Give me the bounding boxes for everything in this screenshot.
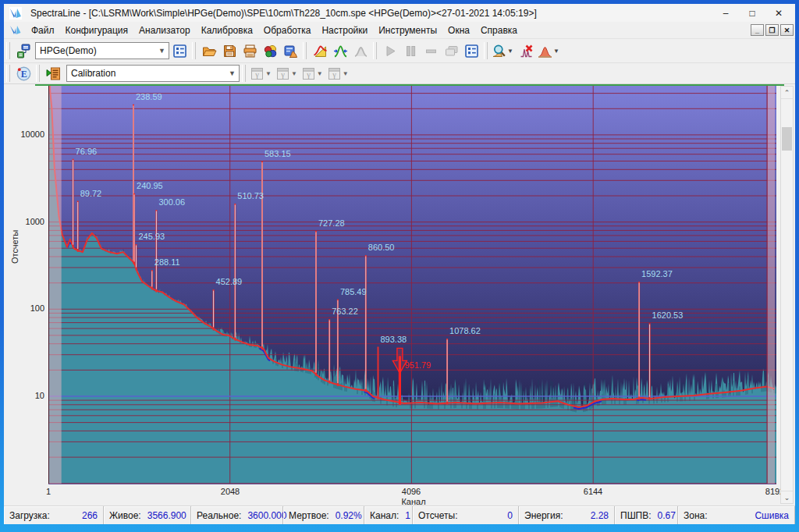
peak-label: 785.49 — [340, 287, 367, 296]
open-button[interactable] — [199, 41, 219, 61]
gamma-window-icon: γ — [250, 66, 265, 81]
menu-инструменты[interactable]: Инструменты — [373, 23, 442, 38]
spectrum-plot[interactable]: 76.9689.72238.59240.95245.93288.11300.06… — [48, 86, 776, 484]
dropdown-caret-icon[interactable]: ▼ — [506, 48, 516, 55]
peak-label: 893.38 — [381, 335, 407, 344]
scroll-down-icon[interactable]: ⌄ — [781, 491, 793, 503]
detector-properties-button[interactable] — [169, 41, 190, 61]
x-tick-label: 6144 — [584, 487, 602, 496]
status-энергия: Энергия:2.28 — [519, 506, 615, 524]
maximize-button[interactable]: □ — [739, 5, 765, 21]
menu-окна[interactable]: Окна — [442, 23, 475, 38]
status-value: 3566.900 — [147, 510, 186, 521]
status-label: ПШПВ: — [620, 510, 652, 521]
menu-справка[interactable]: Справка — [475, 23, 523, 38]
x-tick-label: 2048 — [221, 487, 240, 496]
menu-файл[interactable]: Файл — [26, 23, 60, 38]
spectrum-info-button[interactable] — [280, 41, 300, 61]
x-axis-title: Канал — [401, 497, 425, 506]
menu-калибровка[interactable]: Калибровка — [196, 23, 258, 38]
save-button[interactable] — [219, 41, 240, 61]
dropdown-caret-icon[interactable]: ▼ — [290, 70, 300, 77]
menu-конфигурация[interactable]: Конфигурация — [60, 23, 134, 38]
status-пшпв: ПШПВ:0.67 — [615, 506, 678, 524]
acquisition-settings-button[interactable] — [461, 41, 481, 61]
list-settings-icon — [172, 44, 187, 59]
nuclides-button[interactable] — [260, 41, 280, 61]
dropdown-caret-icon[interactable]: ▼ — [316, 70, 325, 77]
spectrum-chart-region: 76.9689.72238.59240.95245.93288.11300.06… — [4, 84, 795, 505]
start-button — [380, 41, 400, 61]
window-frame: SpectraLine - [C:\LSRM\Work\Simple\HPGe(… — [0, 0, 799, 532]
calibration-icon — [313, 44, 328, 59]
peak-label: 1620.53 — [652, 310, 684, 320]
peak-label: 1078.62 — [449, 326, 481, 335]
application-window: SpectraLine - [C:\LSRM\Work\Simple\HPGe(… — [4, 4, 795, 524]
close-button[interactable]: ✕ — [765, 5, 792, 21]
y-tick-label: 1000 — [4, 217, 44, 226]
mdi-window-controls: _❐✕ — [751, 24, 795, 37]
status-отсчеты: Отсчеты:0 — [413, 506, 519, 524]
dropdown-caret-icon[interactable]: ▼ — [342, 70, 351, 77]
peak-label: 727.28 — [318, 218, 345, 228]
nuclides-icon — [263, 44, 278, 59]
status-канал: Канал:1 — [364, 506, 413, 524]
zoom-peak-icon — [492, 44, 506, 59]
stop-button — [421, 41, 441, 61]
status-value: 0.92% — [336, 510, 362, 521]
dropdown-caret-icon[interactable]: ▼ — [265, 70, 274, 77]
energy-icon: E — [16, 66, 31, 81]
scroll-up-icon[interactable]: ⌃ — [781, 87, 793, 99]
status-label: Зона: — [684, 510, 708, 521]
scrollbar-thumb[interactable] — [782, 127, 792, 151]
acquisition-list-icon — [464, 44, 479, 59]
energy-button[interactable]: E — [13, 64, 34, 83]
menu-items: ФайлКонфигурацияАнализаторКалибровкаОбра… — [26, 25, 523, 36]
peak-search-button[interactable] — [330, 41, 350, 61]
peak-view-button[interactable]: ▼ — [537, 41, 563, 61]
peak-label: 76.96 — [76, 147, 98, 156]
detector-config-button[interactable] — [13, 41, 34, 61]
status-зона: Зона:Сшивка — [678, 506, 795, 524]
tasks-toolbar: ECalibration▼γ▼γ▼γ▼γ▼ — [4, 63, 795, 84]
zoom-button[interactable]: ▼ — [491, 41, 517, 61]
gamma-window-button-2: γ▼ — [275, 64, 300, 83]
task-combo-value: Calibration — [67, 68, 225, 79]
task-combo[interactable]: Calibration▼ — [66, 65, 240, 82]
y-tick-label: 10 — [4, 391, 44, 400]
print-button[interactable] — [240, 41, 260, 61]
pause-button — [400, 41, 421, 61]
detector-config-icon — [16, 44, 31, 59]
peak-label: 245.93 — [139, 232, 165, 241]
y-axis-title: Отсчеты — [10, 230, 20, 264]
dropdown-caret-icon[interactable]: ▼ — [552, 48, 562, 55]
peak-fit-icon — [353, 44, 368, 59]
vertical-scrollbar[interactable]: ⌃ ⌄ — [780, 86, 794, 504]
peak-label: 300.06 — [158, 197, 185, 207]
status-label: Живое: — [109, 510, 141, 521]
chevron-down-icon[interactable]: ▼ — [155, 47, 169, 55]
detector-combo[interactable]: HPGe(Demo)▼ — [35, 42, 169, 59]
peak-label: 510.73 — [237, 191, 264, 200]
status-живое: Живое:3566.900 — [104, 506, 191, 524]
peak-delete-button[interactable] — [517, 41, 537, 61]
mdi-minimize-button[interactable]: _ — [751, 24, 764, 36]
chevron-down-icon[interactable]: ▼ — [225, 69, 239, 77]
toolbar-grip — [303, 42, 307, 59]
gamma-window-icon: γ — [301, 66, 316, 81]
gamma-window-button-4: γ▼ — [326, 64, 352, 83]
mdi-close-button[interactable]: ✕ — [780, 24, 794, 36]
minimize-button[interactable]: – — [712, 5, 739, 21]
peak-label: 583.15 — [265, 149, 291, 158]
menu-bar: ФайлКонфигурацияАнализаторКалибровкаОбра… — [4, 22, 795, 39]
menu-анализатор[interactable]: Анализатор — [133, 23, 196, 38]
toolbar-grip — [6, 42, 10, 59]
selected-peak-label: 951.79 — [404, 360, 431, 370]
mdi-restore-button[interactable]: ❐ — [765, 24, 779, 36]
menu-настройки[interactable]: Настройки — [316, 23, 373, 38]
calibration-button[interactable] — [310, 41, 330, 61]
document-icon — [9, 24, 23, 37]
spectra-windows-icon — [444, 44, 459, 59]
run-task-button[interactable] — [43, 64, 63, 83]
menu-обработка[interactable]: Обработка — [258, 23, 317, 38]
